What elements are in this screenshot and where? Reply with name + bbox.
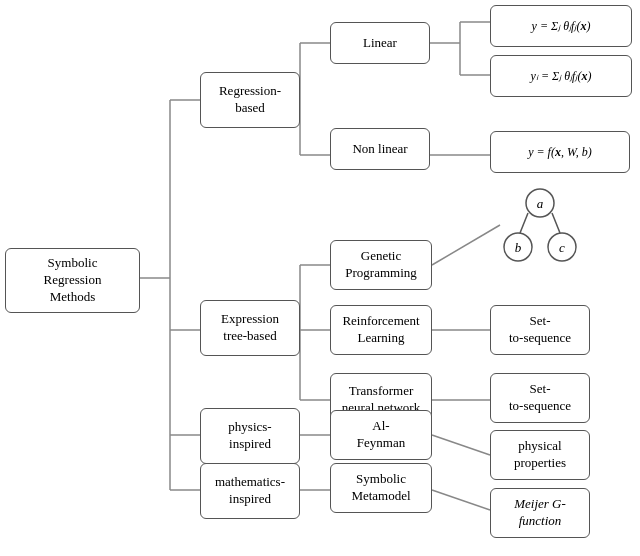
symbolic-regression-node: Symbolic Regression Methods (5, 248, 140, 313)
linear-formula2-node: yᵢ = Σⱼ θⱼfⱼ(x) (490, 55, 632, 97)
symbolic-metamodel-node: Symbolic Metamodel (330, 463, 432, 513)
genetic-label: Genetic Programming (345, 248, 417, 282)
reinforcement-label: Reinforcement Learning (342, 313, 419, 347)
rl-seq-label: Set- to-sequence (509, 313, 571, 347)
physical-properties-node: physical properties (490, 430, 590, 480)
expression-tree-label: Expression tree-based (221, 311, 279, 345)
regression-based-node: Regression- based (200, 72, 300, 128)
nonlinear-label: Non linear (352, 141, 407, 158)
svg-text:c: c (559, 240, 565, 255)
linear-formula1-node: y = Σⱼ θⱼfⱼ(x) (490, 5, 632, 47)
symbolic-regression-label: Symbolic Regression Methods (44, 255, 102, 306)
svg-line-31 (520, 213, 528, 233)
mathematics-inspired-label: mathematics- inspired (215, 474, 285, 508)
al-feynman-node: Al- Feynman (330, 410, 432, 460)
svg-line-24 (432, 490, 490, 510)
nonlinear-node: Non linear (330, 128, 430, 170)
linear-formula1-text: y = Σⱼ θⱼfⱼ(x) (532, 19, 591, 34)
nonlinear-formula-node: y = f(x, W, b) (490, 131, 630, 173)
meijer-label: Meijer G-function (514, 496, 566, 530)
regression-based-label: Regression- based (219, 83, 281, 117)
physical-properties-label: physical properties (514, 438, 566, 472)
rl-set-to-sequence-node: Set- to-sequence (490, 305, 590, 355)
svg-text:a: a (537, 196, 544, 211)
meijer-node: Meijer G-function (490, 488, 590, 538)
al-feynman-label: Al- Feynman (357, 418, 405, 452)
svg-text:b: b (515, 240, 522, 255)
svg-line-22 (432, 435, 490, 455)
nonlinear-formula-text: y = f(x, W, b) (528, 145, 592, 160)
linear-label: Linear (363, 35, 397, 52)
linear-formula2-text: yᵢ = Σⱼ θⱼfⱼ(x) (531, 69, 592, 84)
physics-inspired-label: physics- inspired (228, 419, 271, 453)
genetic-programming-node: Genetic Programming (330, 240, 432, 290)
physics-inspired-node: physics- inspired (200, 408, 300, 464)
reinforcement-learning-node: Reinforcement Learning (330, 305, 432, 355)
diagram: Symbolic Regression Methods Regression- … (0, 0, 640, 556)
svg-line-32 (552, 213, 560, 233)
linear-node: Linear (330, 22, 430, 64)
tree-diagram: a b c (490, 185, 590, 270)
symbolic-metamodel-label: Symbolic Metamodel (351, 471, 410, 505)
transformer-seq-label: Set- to-sequence (509, 381, 571, 415)
expression-tree-node: Expression tree-based (200, 300, 300, 356)
transformer-set-to-sequence-node: Set- to-sequence (490, 373, 590, 423)
mathematics-inspired-node: mathematics- inspired (200, 463, 300, 519)
